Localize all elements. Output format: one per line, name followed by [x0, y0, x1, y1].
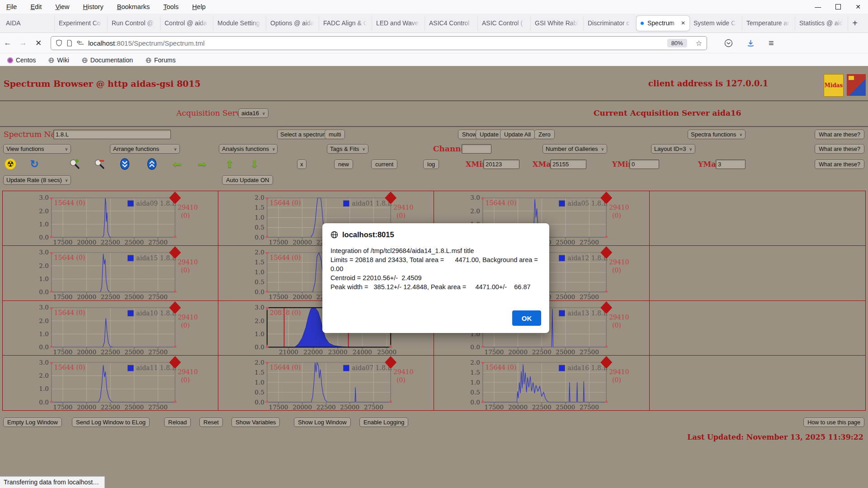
- auto-update-button[interactable]: Auto Update ON: [222, 175, 273, 185]
- browser-tab-fadc-align-c[interactable]: FADC Align & C: [319, 16, 372, 31]
- address-bar[interactable]: localhost:8015/Spectrum/Spectrum.tml 80%…: [51, 36, 707, 50]
- hamburger-menu-icon[interactable]: ≡: [769, 38, 774, 48]
- spectrum-cell-aida16[interactable]: 17500200002250025000275002.01.51.00.50.0…: [434, 356, 650, 410]
- menu-item-file[interactable]: File: [6, 3, 17, 10]
- arrow-left-icon[interactable]: ⬅: [171, 158, 183, 170]
- what-are-these-button[interactable]: What are these?: [815, 160, 864, 169]
- svg-text:23000: 23000: [328, 349, 348, 355]
- download-icon[interactable]: [746, 39, 755, 47]
- forward-icon[interactable]: →: [15, 38, 31, 47]
- browser-tab-asic-control[interactable]: ASIC Control (: [478, 16, 531, 31]
- current-button[interactable]: current: [371, 160, 397, 169]
- zero-button[interactable]: Zero: [534, 130, 555, 139]
- browser-tab-module-setting[interactable]: Module Setting: [213, 16, 266, 31]
- radiation-icon[interactable]: ☢: [5, 158, 16, 170]
- xmin-input[interactable]: [483, 160, 519, 169]
- spectrum-cell-aida15[interactable]: 17500200002250025000275003.02.01.00.0156…: [3, 246, 218, 300]
- new-tab-button[interactable]: +: [848, 16, 862, 30]
- enable-logging-button[interactable]: Enable Logging: [359, 418, 408, 427]
- browser-tab-statistics-aid[interactable]: Statistics @ aid: [795, 16, 848, 31]
- spectrum-name-input[interactable]: [53, 130, 171, 139]
- reader-page-icon[interactable]: [66, 40, 72, 47]
- arrow-right-icon[interactable]: ➡: [196, 158, 208, 170]
- svg-text:25000: 25000: [124, 294, 144, 300]
- stop-icon[interactable]: ✕: [31, 38, 46, 48]
- acquisition-server-select[interactable]: aida16∨: [238, 108, 269, 118]
- zoom-level-badge[interactable]: 80%: [667, 39, 687, 47]
- new-button[interactable]: new: [334, 160, 353, 169]
- view-functions-select[interactable]: View functions∨: [3, 144, 71, 154]
- arrow-up-icon[interactable]: ⬆: [224, 158, 236, 170]
- xmax-input[interactable]: [550, 160, 586, 169]
- update-button[interactable]: Update: [476, 130, 503, 139]
- bookmark-centos[interactable]: Centos: [7, 56, 36, 64]
- browser-tab-temperature-ar[interactable]: Temperature ar: [742, 16, 795, 31]
- menu-item-edit[interactable]: Edit: [30, 3, 42, 10]
- browser-tab-discriminator-c[interactable]: Discriminator c: [584, 16, 637, 31]
- what-are-these-button[interactable]: What are these?: [815, 130, 864, 139]
- spectrum-cell-aida09[interactable]: 17500200002250025000275003.02.01.00.0156…: [3, 191, 218, 246]
- zoom-in-icon[interactable]: [69, 158, 80, 170]
- update-rate-select[interactable]: Update Rate (8 secs)∨: [3, 175, 71, 185]
- browser-tab-control-aida[interactable]: Control @ aida: [160, 16, 213, 31]
- show-variables-button[interactable]: Show Variables: [231, 418, 280, 427]
- show-log-window-button[interactable]: Show Log Window: [294, 418, 351, 427]
- permissions-icon[interactable]: [76, 40, 84, 46]
- bookmark-documentation[interactable]: Documentation: [82, 56, 133, 64]
- reset-button[interactable]: Reset: [199, 418, 223, 427]
- browser-tab-gsi-white-rabb[interactable]: GSI White Rabb: [531, 16, 584, 31]
- scroll-down-icon[interactable]: [119, 158, 131, 170]
- how-to-use-button[interactable]: How to use this page: [803, 418, 864, 427]
- number-of-galleries-select[interactable]: Number of Galleries∨: [542, 144, 607, 154]
- multi-button[interactable]: multi: [325, 130, 345, 139]
- browser-tab-system-wide-c[interactable]: System wide C: [689, 16, 742, 31]
- menu-item-view[interactable]: View: [55, 3, 69, 10]
- menu-item-bookmarks[interactable]: Bookmarks: [117, 3, 150, 10]
- bookmark-star-icon[interactable]: ☆: [696, 39, 702, 47]
- menu-item-tools[interactable]: Tools: [163, 3, 179, 10]
- browser-tab-options-aida[interactable]: Options @ aida: [266, 16, 319, 31]
- layout-id-select[interactable]: Layout ID=3∨: [651, 144, 695, 154]
- svg-text:20000: 20000: [77, 239, 96, 245]
- browser-tab-led-and-wavef[interactable]: LED and Wavef: [372, 16, 425, 31]
- log-button[interactable]: log: [423, 160, 439, 169]
- maximize-icon[interactable]: [835, 4, 841, 9]
- zoom-out-icon[interactable]: [94, 158, 105, 170]
- channel-input[interactable]: [462, 144, 491, 154]
- reload-button[interactable]: Reload: [164, 418, 191, 427]
- browser-tab-run-control[interactable]: Run Control @: [108, 16, 160, 31]
- what-are-these-button[interactable]: What are these?: [815, 144, 864, 154]
- arrow-down-icon[interactable]: ⬇: [249, 158, 260, 170]
- ymax-input[interactable]: [716, 160, 745, 169]
- bookmark-wiki[interactable]: Wiki: [48, 56, 69, 64]
- menu-item-history[interactable]: History: [83, 3, 104, 10]
- tab-close-icon[interactable]: ✕: [681, 20, 685, 26]
- scroll-up-icon[interactable]: [146, 158, 158, 170]
- update-all-button[interactable]: Update All: [500, 130, 535, 139]
- browser-tab-asic4-control[interactable]: ASIC4 Control: [425, 16, 478, 31]
- spectrum-cell-aida07[interactable]: 17500200002250025000275002.01.51.00.50.0…: [218, 356, 434, 410]
- minimize-icon[interactable]: —: [815, 4, 821, 10]
- shield-icon[interactable]: [56, 39, 62, 47]
- empty-log-window-button[interactable]: Empty Log Window: [3, 418, 62, 427]
- url-text[interactable]: localhost:8015/Spectrum/Spectrum.tml: [88, 39, 205, 47]
- ok-button[interactable]: OK: [512, 310, 541, 326]
- pocket-icon[interactable]: [724, 39, 733, 47]
- browser-tab-spectrum[interactable]: Spectrum✕: [637, 16, 689, 31]
- arrange-functions-select[interactable]: Arrange functions∨: [110, 144, 180, 154]
- browser-tab-aida[interactable]: AIDA: [2, 16, 55, 31]
- analysis-functions-select[interactable]: Analysis functions∨: [219, 144, 278, 154]
- browser-tab-experiment-co[interactable]: Experiment Co: [55, 16, 108, 31]
- x-button[interactable]: x: [297, 160, 307, 169]
- send-log-window-to-elog-button[interactable]: Send Log Window to ELog: [72, 418, 150, 427]
- ymin-input[interactable]: [629, 160, 659, 169]
- tags-fits-select[interactable]: Tags & Fits∨: [327, 144, 368, 154]
- spectrum-cell-aida11[interactable]: 17500200002250025000275003.02.01.00.0156…: [3, 356, 218, 410]
- menu-item-help[interactable]: Help: [192, 3, 206, 10]
- refresh-icon[interactable]: ↻: [28, 158, 40, 170]
- close-icon[interactable]: ✕: [855, 4, 861, 10]
- spectra-functions-select[interactable]: Spectra functions∨: [688, 130, 745, 139]
- spectrum-cell-aida10[interactable]: 17500200002250025000275003.02.01.00.0156…: [3, 301, 218, 356]
- bookmark-forums[interactable]: Forums: [146, 56, 175, 64]
- back-icon[interactable]: ←: [0, 38, 15, 47]
